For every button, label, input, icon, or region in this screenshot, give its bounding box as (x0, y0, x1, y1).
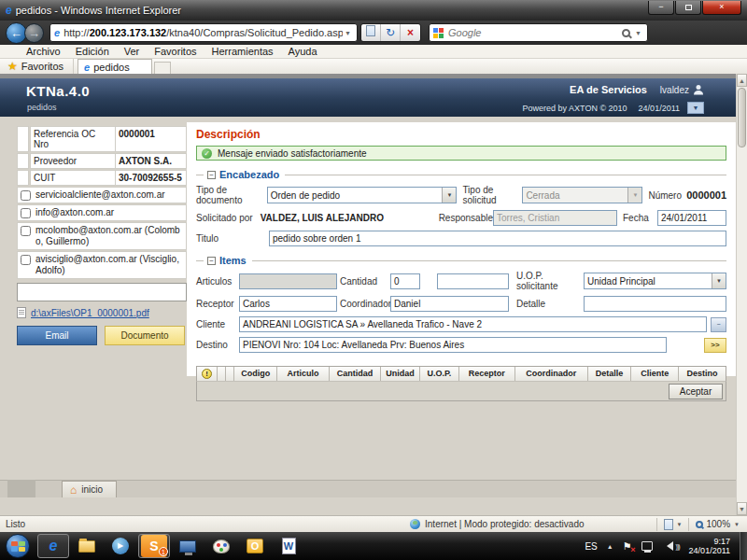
menu-edicion[interactable]: Edición (76, 46, 109, 57)
section-dash (196, 175, 204, 175)
dropdown-arrow-icon[interactable]: ▼ (712, 273, 726, 288)
forward-button[interactable]: → (24, 23, 44, 43)
aceptar-button[interactable]: Aceptar (669, 384, 723, 399)
email-checkbox-2[interactable] (21, 208, 31, 218)
menu-herramientas[interactable]: Herramientas (212, 46, 274, 57)
empty-column (218, 367, 226, 381)
email-button[interactable]: Email (17, 326, 97, 345)
destino-input[interactable] (239, 337, 667, 353)
unidad-input[interactable] (437, 273, 509, 289)
show-desktop-button[interactable] (740, 532, 747, 560)
cantidad-input[interactable] (390, 273, 420, 289)
email-checkbox-1[interactable] (21, 190, 31, 201)
google-logo-icon (433, 28, 444, 38)
header-calendar-icon[interactable]: ▼ (687, 102, 704, 114)
search-box[interactable]: ▼ (429, 23, 648, 42)
tray-expand-icon[interactable]: ▲ (607, 543, 613, 550)
action-center-icon[interactable]: ⚑ (623, 540, 632, 553)
menu-ayuda[interactable]: Ayuda (289, 46, 317, 57)
inicio-label: inicio (81, 484, 103, 495)
favorites-button[interactable]: ★ Favoritos (0, 59, 74, 74)
compatibility-status-icon[interactable] (664, 519, 673, 530)
cliente-input[interactable] (239, 316, 707, 332)
scroll-up-icon[interactable]: ▲ (737, 74, 747, 87)
documento-button[interactable]: Documento (105, 326, 185, 345)
compat-dropdown-icon[interactable]: ▼ (677, 522, 683, 527)
receptor-input[interactable] (239, 296, 337, 312)
menu-ver[interactable]: Ver (124, 46, 140, 57)
fecha-input[interactable] (657, 210, 726, 226)
refresh-button[interactable]: ↻ (381, 24, 401, 41)
email-checkbox-4[interactable] (21, 255, 31, 265)
minimize-button[interactable]: − (648, 1, 674, 15)
col-coordinador[interactable]: Coordinador (515, 367, 588, 381)
company-name: EA de Servicios (570, 84, 647, 95)
extra-email-input[interactable] (17, 283, 187, 301)
cliente-lookup-icon[interactable]: − (711, 317, 726, 332)
zoom-dropdown-icon[interactable]: ▼ (734, 522, 740, 527)
col-cliente[interactable]: Cliente (631, 367, 679, 381)
uop-select[interactable]: Unidad Principal ▼ (584, 273, 726, 289)
search-dropdown-icon[interactable]: ▼ (633, 30, 643, 36)
media-player-taskbar-icon[interactable]: ▶ (105, 534, 136, 558)
new-tab-stub[interactable] (154, 62, 171, 74)
close-button[interactable]: × (702, 1, 741, 15)
tab-pedidos[interactable]: e pedidos (78, 59, 152, 74)
destino-expand-button[interactable]: >> (704, 338, 726, 353)
clock[interactable]: 9:17 24/01/2011 (689, 537, 730, 555)
search-input[interactable] (448, 27, 619, 38)
col-destino[interactable]: Destino (679, 367, 726, 381)
skype-taskbar-icon[interactable]: S 1 (138, 534, 170, 558)
language-indicator[interactable]: ES (585, 541, 597, 552)
ie-taskbar-icon[interactable]: e (37, 534, 69, 558)
compatibility-view-button[interactable] (361, 24, 381, 41)
page-scrollbar[interactable]: ▲ ▼ (736, 74, 747, 515)
remote-desktop-taskbar-icon[interactable] (172, 534, 204, 558)
zoom-control[interactable]: 100% ▼ (696, 519, 740, 529)
detalle-input[interactable] (584, 296, 726, 312)
col-cantidad[interactable]: Cantidad (330, 367, 381, 381)
scrollbar-thumb[interactable] (738, 88, 746, 147)
menu-archivo[interactable]: Archivo (26, 46, 61, 57)
logged-user[interactable]: lvaldez (660, 85, 689, 95)
coordinador-input[interactable] (390, 296, 509, 312)
paint-taskbar-icon[interactable] (205, 534, 237, 558)
menu-favoritos[interactable]: Favoritos (154, 46, 196, 57)
maximize-button[interactable] (675, 1, 701, 15)
email-address-4: avisciglio@axton.com.ar (Visciglio, Adol… (35, 254, 183, 276)
col-unidad[interactable]: Unidad (381, 367, 420, 381)
collapse-section-icon[interactable]: − (207, 171, 216, 179)
powered-by: Powered by AXTON © 2010 (523, 104, 627, 113)
window-titlebar: e pedidos - Windows Internet Explorer − … (0, 0, 747, 21)
col-codigo[interactable]: Codigo (234, 367, 277, 381)
dropdown-arrow-icon[interactable]: ▼ (442, 188, 456, 203)
url-dropdown-icon[interactable]: ▼ (343, 30, 353, 36)
col-receptor[interactable]: Receptor (459, 367, 515, 381)
destino-label: Destino (196, 340, 239, 350)
tab-inicio[interactable]: ⌂ inicio (62, 481, 117, 497)
col-uop[interactable]: U.O.P. (420, 367, 459, 381)
url-field[interactable]: e http://200.123.173.132/ktna40/Compras/… (49, 23, 358, 42)
search-icon[interactable] (622, 29, 630, 37)
header-date: 24/01/2011 (639, 104, 680, 113)
titulo-input[interactable] (269, 231, 726, 246)
network-icon[interactable] (641, 541, 653, 551)
explorer-taskbar-icon[interactable] (71, 534, 103, 558)
titulo-label: Titulo (196, 233, 269, 244)
col-articulo[interactable]: Articulo (277, 367, 329, 381)
ie-icon: e (6, 6, 12, 15)
scroll-down-icon[interactable]: ▼ (737, 502, 747, 515)
stop-button[interactable]: × (401, 24, 420, 41)
detalle-label: Detalle (516, 299, 584, 309)
collapse-section-icon[interactable]: − (207, 257, 216, 265)
word-taskbar-icon[interactable]: W (273, 534, 304, 558)
favorites-label: Favoritos (21, 61, 63, 72)
tipo-documento-select[interactable]: Orden de pedido ▼ (267, 187, 458, 203)
pdf-file-link[interactable]: d:\axFiles\OP1_0000001.pdf (31, 308, 149, 318)
speaker-icon[interactable] (662, 541, 673, 551)
outlook-taskbar-icon[interactable]: O (239, 534, 271, 558)
col-detalle[interactable]: Detalle (588, 367, 631, 381)
email-checkbox-3[interactable] (21, 226, 31, 236)
start-button[interactable] (6, 534, 30, 558)
email-address-2: info@axton.com.ar (35, 207, 114, 218)
